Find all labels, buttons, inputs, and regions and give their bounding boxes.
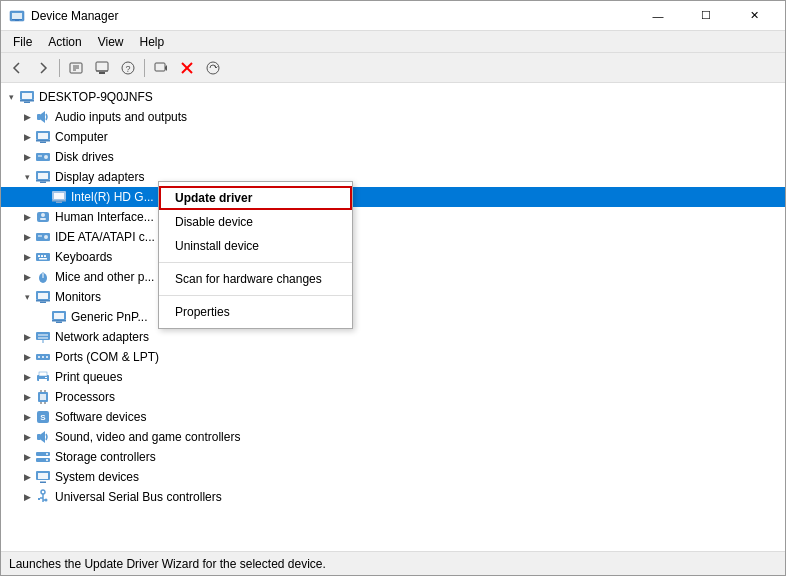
toolbar-scan[interactable] (149, 56, 173, 80)
toolbar-add[interactable] (201, 56, 225, 80)
tree-item-ports[interactable]: ▶ Ports (COM & LPT) (1, 347, 785, 367)
ctx-update-driver[interactable]: Update driver (159, 186, 352, 210)
svg-rect-35 (52, 200, 66, 202)
svg-rect-39 (40, 218, 46, 220)
processors-label: Processors (55, 390, 115, 404)
ports-icon (35, 349, 51, 365)
minimize-button[interactable]: — (635, 1, 681, 31)
system-icon (35, 469, 51, 485)
storage-expand-icon[interactable]: ▶ (19, 449, 35, 465)
tree-item-software[interactable]: ▶ S Software devices (1, 407, 785, 427)
mice-label: Mice and other p... (55, 270, 154, 284)
monitors-expand-icon[interactable]: ▾ (19, 289, 35, 305)
toolbar-back[interactable] (5, 56, 29, 80)
tree-item-generic[interactable]: ▶ Generic PnP... (1, 307, 785, 327)
tree-root[interactable]: ▾ DESKTOP-9Q0JNFS (1, 87, 785, 107)
tree-item-display[interactable]: ▾ Display adapters (1, 167, 785, 187)
toolbar: ? (1, 53, 785, 83)
display-expand-icon[interactable]: ▾ (19, 169, 35, 185)
network-icon (35, 329, 51, 345)
ctx-uninstall-device[interactable]: Uninstall device (159, 234, 352, 258)
generic-label: Generic PnP... (71, 310, 148, 324)
status-bar: Launches the Update Driver Wizard for th… (1, 551, 785, 575)
svg-rect-31 (36, 180, 50, 182)
audio-expand-icon[interactable]: ▶ (19, 109, 35, 125)
toolbar-update[interactable] (90, 56, 114, 80)
sound-expand-icon[interactable]: ▶ (19, 429, 35, 445)
tree-item-sound[interactable]: ▶ Sound, video and game controllers (1, 427, 785, 447)
monitors-label: Monitors (55, 290, 101, 304)
usb-expand-icon[interactable]: ▶ (19, 489, 35, 505)
tree-item-hid[interactable]: ▶ Human Interface... (1, 207, 785, 227)
tree-item-usb[interactable]: ▶ Universal Serial Bus controllers (1, 487, 785, 507)
svg-rect-68 (39, 372, 47, 376)
ctx-uninstall-label: Uninstall device (175, 239, 259, 253)
svg-point-92 (45, 499, 48, 502)
processors-expand-icon[interactable]: ▶ (19, 389, 35, 405)
tree-item-processors[interactable]: ▶ Processors (1, 387, 785, 407)
menu-help[interactable]: Help (132, 33, 173, 51)
toolbar-remove[interactable] (175, 56, 199, 80)
tree-view[interactable]: ▾ DESKTOP-9Q0JNFS ▶ (1, 83, 785, 551)
tree-item-print[interactable]: ▶ Print queues (1, 367, 785, 387)
ctx-properties-label: Properties (175, 305, 230, 319)
computer-expand-icon[interactable]: ▶ (19, 129, 35, 145)
mice-expand-icon[interactable]: ▶ (19, 269, 35, 285)
window-icon (9, 8, 25, 24)
menu-action[interactable]: Action (40, 33, 89, 51)
close-button[interactable]: ✕ (731, 1, 777, 31)
system-expand-icon[interactable]: ▶ (19, 469, 35, 485)
menu-file[interactable]: File (5, 33, 40, 51)
svg-rect-20 (24, 102, 30, 104)
display-label: Display adapters (55, 170, 144, 184)
root-label: DESKTOP-9Q0JNFS (39, 90, 153, 104)
toolbar-forward[interactable] (31, 56, 55, 80)
computer-icon (35, 129, 51, 145)
hid-expand-icon[interactable]: ▶ (19, 209, 35, 225)
ctx-scan-hardware[interactable]: Scan for hardware changes (159, 267, 352, 291)
svg-rect-32 (40, 182, 46, 184)
tree-item-audio[interactable]: ▶ Audio inputs and outputs (1, 107, 785, 127)
ctx-disable-label: Disable device (175, 215, 253, 229)
network-label: Network adapters (55, 330, 149, 344)
tree-item-ide[interactable]: ▶ IDE ATA/ATAPI c... (1, 227, 785, 247)
toolbar-properties[interactable] (64, 56, 88, 80)
tree-item-computer[interactable]: ▶ Computer (1, 127, 785, 147)
software-label: Software devices (55, 410, 146, 424)
ctx-scan-label: Scan for hardware changes (175, 272, 322, 286)
ctx-disable-device[interactable]: Disable device (159, 210, 352, 234)
network-expand-icon[interactable]: ▶ (19, 329, 35, 345)
keyboards-expand-icon[interactable]: ▶ (19, 249, 35, 265)
print-label: Print queues (55, 370, 122, 384)
ide-expand-icon[interactable]: ▶ (19, 229, 35, 245)
svg-point-16 (207, 62, 219, 74)
ide-label: IDE ATA/ATAPI c... (55, 230, 155, 244)
mouse-icon (35, 269, 51, 285)
disk-expand-icon[interactable]: ▶ (19, 149, 35, 165)
menu-view[interactable]: View (90, 33, 132, 51)
print-expand-icon[interactable]: ▶ (19, 369, 35, 385)
tree-item-disk[interactable]: ▶ Disk drives (1, 147, 785, 167)
ports-label: Ports (COM & LPT) (55, 350, 159, 364)
sound-icon (35, 429, 51, 445)
root-expand-icon[interactable]: ▾ (3, 89, 19, 105)
tree-item-storage[interactable]: ▶ Storage controllers (1, 447, 785, 467)
tree-item-monitors[interactable]: ▾ Monitors (1, 287, 785, 307)
svg-rect-21 (37, 114, 41, 120)
svg-rect-46 (44, 255, 46, 257)
tree-item-system[interactable]: ▶ System devices (1, 467, 785, 487)
tree-item-keyboards[interactable]: ▶ Keyboards (1, 247, 785, 267)
ports-expand-icon[interactable]: ▶ (19, 349, 35, 365)
svg-rect-3 (15, 20, 19, 21)
print-icon (35, 369, 51, 385)
tree-item-network[interactable]: ▶ Network adapters (1, 327, 785, 347)
software-expand-icon[interactable]: ▶ (19, 409, 35, 425)
context-menu: Update driver Disable device Uninstall d… (158, 181, 353, 329)
ctx-properties[interactable]: Properties (159, 300, 352, 324)
tree-item-intel[interactable]: ▶ Intel(R) HD G... (1, 187, 785, 207)
tree-item-mice[interactable]: ▶ Mice and other p... (1, 267, 785, 287)
maximize-button[interactable]: ☐ (683, 1, 729, 31)
keyboard-icon (35, 249, 51, 265)
svg-point-82 (46, 453, 48, 455)
toolbar-help[interactable]: ? (116, 56, 140, 80)
